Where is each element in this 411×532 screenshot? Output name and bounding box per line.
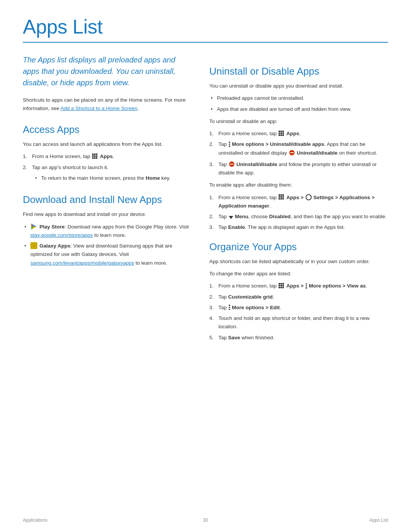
uninstall-bullets: Preloaded apps cannot be uninstalled. Ap… [209,94,388,113]
enable-step-1: 1. From a Home screen, tap Apps > Settin… [209,193,388,211]
section-title-access-apps: Access Apps [23,124,190,136]
uninstall-bullet-1: Preloaded apps cannot be uninstalled. [209,94,388,102]
download-bullet-galaxy-apps: Galaxy Apps: View and download Samsung a… [23,242,190,267]
organize-step-3: 3. Tap More options > Edit. [209,304,388,312]
enable-step-3: 3. Tap Enable. The app is displayed agai… [209,223,388,232]
title-divider [23,42,388,43]
access-apps-steps: 1. From a Home screen, tap Apps. 2. Tap … [23,152,190,182]
apps-grid-icon-2 [279,131,285,137]
section-title-organize: Organize Your Apps [209,241,388,253]
intro-italic: The Apps list displays all preloaded app… [23,54,190,88]
uninstall-step-1: 1. From a Home screen, tap Apps. [209,129,388,138]
uninstall-step-3: 3. Tap Uninstall/disable and follow the … [209,160,388,177]
enable-steps: 1. From a Home screen, tap Apps > Settin… [209,193,388,232]
organize-steps: 1. From a Home screen, tap Apps > More o… [209,282,388,342]
footer-left: Applications [23,518,48,523]
download-bullets: Play Store: Download new apps from the G… [23,223,190,267]
access-sub-bullet-1: To return to the main Home screen, press… [32,174,190,182]
section-title-download: Download and Install New Apps [23,194,190,206]
footer-center: 30 [203,518,208,523]
organize-step-1: 1. From a Home screen, tap Apps > More o… [209,282,388,290]
minus-circle-icon-2 [229,161,234,167]
access-apps-body: You can access and launch all applicatio… [23,140,190,149]
intro-body: Shortcuts to apps can be placed on any o… [23,96,190,112]
apps-grid-icon-4 [279,283,285,289]
apps-grid-icon [92,153,98,160]
download-body: Find new apps to download and install on… [23,210,190,219]
page: Apps List The Apps list displays all pre… [0,0,411,532]
minus-circle-icon-1 [289,150,295,155]
footer-right: Apps List [370,518,388,523]
organize-body: App shortcuts can be listed alphabetical… [209,257,388,266]
play-store-icon [30,223,37,230]
galaxy-apps-link[interactable]: samsung.com/levant/apps/mobile/galaxyapp… [30,260,134,266]
organize-intro: To change the order apps are listed: [209,270,388,278]
enable-step-2: 2. Tap Menu, choose Disabled, and then t… [209,212,388,221]
more-options-icon-1 [229,142,230,147]
left-column: The Apps list displays all preloaded app… [23,54,190,346]
more-options-icon-2 [306,283,307,289]
uninstall-step-2: 2. Tap More options > Uninstall/disable … [209,140,388,157]
more-options-icon-3 [229,305,230,310]
triangle-icon [229,216,233,219]
uninstall-intro3: To enable apps after disabling them: [209,181,388,189]
uninstall-intro2: To uninstall or disable an app: [209,117,388,126]
download-bullet-play-store: Play Store: Download new apps from the G… [23,223,190,240]
organize-step-5: 5. Tap Save when finished. [209,334,388,342]
uninstall-body: You can uninstall or disable apps you do… [209,82,388,90]
home-screen-link[interactable]: Add a Shortcut to a Home Screen [61,105,137,111]
galaxy-apps-icon [30,242,37,249]
access-sub-bullets: To return to the main Home screen, press… [32,174,190,182]
organize-step-2: 2. Tap Customizable grid. [209,293,388,301]
settings-icon [306,194,312,200]
uninstall-bullet-2: Apps that are disabled are turned off an… [209,105,388,113]
uninstall-steps: 1. From a Home screen, tap Apps. 2. Tap … [209,129,388,177]
section-title-uninstall: Uninstall or Disable Apps [209,66,388,77]
right-column: Uninstall or Disable Apps You can uninst… [209,54,388,346]
apps-grid-icon-3 [279,194,285,200]
play-store-link[interactable]: play.google.com/store/apps [30,232,93,238]
access-step-2: 2. Tap an app's shortcut to launch it. T… [23,163,190,183]
page-title: Apps List [23,15,388,38]
organize-step-4: 4. Touch and hold an app shortcut or fol… [209,314,388,331]
access-step-1: 1. From a Home screen, tap Apps. [23,152,190,161]
